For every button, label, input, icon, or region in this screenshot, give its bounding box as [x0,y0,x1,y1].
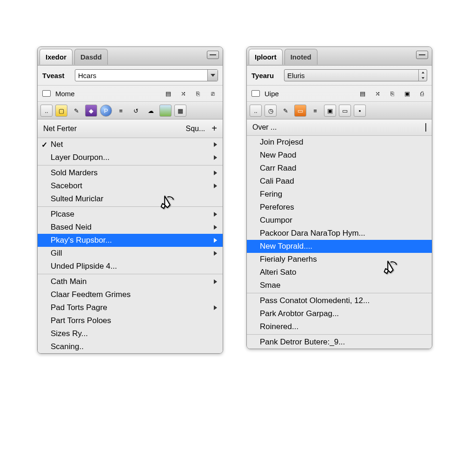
menu-item[interactable]: Cuumpor [247,214,432,227]
menu-item[interactable]: Part Torrs Poloes [38,314,223,327]
chevron-down-icon[interactable] [207,70,218,81]
chevron-right-icon [214,225,217,230]
stepper-icon[interactable] [418,70,427,81]
menu-left: ✓NetLayer Dourpon...Sold MardersSacebort… [38,138,223,353]
align-icon[interactable]: ≡ [115,105,127,117]
align-icon-r[interactable]: ≡ [309,105,321,117]
list-header-title: Net Ferter [43,125,77,133]
copy-icon[interactable]: ⎘ [193,88,203,99]
menu-item[interactable]: Fering [247,188,432,201]
combo-hcars[interactable]: Hcars [75,69,218,81]
trash-icon[interactable]: ▪ [354,105,366,117]
folder-icon[interactable]: ▢ [55,105,67,117]
menu-item[interactable]: Claar Feedtem Grimes [38,288,223,301]
menu-item[interactable]: New Toprald.... [247,240,432,253]
tab-iploort[interactable]: Iploort [249,49,283,65]
menu-item-label: Perefores [260,203,294,212]
chat-icon[interactable]: ▭ [294,105,306,117]
menu-item-label: Scaning.. [51,342,84,351]
menu-item[interactable]: New Paod [247,149,432,162]
swap-icon-r[interactable]: ⤭ [372,88,383,99]
pencil-icon[interactable]: ✎ [70,105,82,117]
menu-item[interactable]: Unded Plipside 4... [38,260,223,273]
menu-item[interactable]: Sulted Muriclar [38,192,223,205]
combo-eluris[interactable]: Eluris [284,69,427,81]
menu-item[interactable]: Carr Raad [247,162,432,175]
divider-icon [425,123,426,132]
mome-checkbox[interactable] [42,90,51,97]
copy-icon-r[interactable]: ⎘ [387,88,397,99]
chevron-right-icon [214,212,217,217]
menu-item[interactable]: Based Neid [38,221,223,234]
app-icon[interactable]: ◆ [85,105,97,117]
menu-item[interactable]: Sacebort [38,179,223,192]
doc-icon[interactable]: ▤ [163,88,173,99]
menu-item[interactable]: Join Projesd [247,136,432,149]
menu-item-label: Sacebort [51,181,82,191]
menu-item[interactable]: Roinered... [247,320,432,333]
print-icon[interactable]: ⎙ [417,88,427,99]
more-icon[interactable]: .. [40,105,53,117]
list-header-extra[interactable]: Squ... [186,125,205,133]
picture-icon[interactable] [159,105,172,117]
swap-icon[interactable]: ⤭ [178,88,188,99]
menu-item[interactable]: Park Arobtor Garpag... [247,307,432,320]
option-icons-right: ▤ ⤭ ⎘ ▣ ⎙ [357,88,427,99]
menu-item-label: Cuumpor [260,216,292,225]
menu-item-label: Pass Conatot Olomedenti, 12... [260,296,370,305]
menu-item[interactable]: Fierialy Panerhs [247,253,432,266]
menu-item[interactable]: Scaning.. [38,340,223,353]
tabbar-right: Iploort Inoted [247,47,432,66]
menu-item[interactable]: Pank Detror Butere:_9... [247,336,432,349]
tab-inoted[interactable]: Inoted [284,49,317,65]
menu-item[interactable]: Sold Marders [38,166,223,179]
minimize-button-right[interactable] [416,51,428,59]
menu-item[interactable]: Plcase [38,208,223,221]
tool-icon[interactable]: ⎚ [208,88,218,99]
menu-item-label: Join Projesd [260,138,304,147]
menu-item[interactable]: Packoor Dara NaraTop Hym... [247,227,432,240]
option-icons-left: ▤ ⤭ ⎘ ⎚ [163,88,218,99]
list-header-title-r: Over ... [252,123,277,132]
cloud-icon[interactable]: ☁ [145,105,157,117]
menu-item-label: Net [51,140,63,149]
tab-ixedor[interactable]: Ixedor [40,49,73,65]
menu-item-label: Pkay's Rupsbor... [51,236,112,245]
minimize-button-left[interactable] [207,51,219,59]
badge-icon[interactable]: ▣ [324,105,336,117]
uipe-checkbox[interactable] [251,90,260,97]
menu-item-label: Plcase [51,210,74,219]
menu-item-label: Cath Main [51,277,86,286]
more-icon-r[interactable]: .. [250,105,262,117]
menu-item[interactable]: Pass Conatot Olomedenti, 12... [247,294,432,307]
menu-item-label: Fering [260,190,282,199]
p-icon[interactable]: P [100,105,112,117]
menu-item[interactable]: Alteri Sato [247,266,432,279]
case-icon[interactable]: ▭ [339,105,351,117]
menu-item[interactable]: Pad Torts Pagre [38,301,223,314]
chevron-right-icon [214,142,217,147]
chevron-right-icon [214,238,217,243]
clock-icon[interactable]: ◷ [264,105,277,117]
menu-item[interactable]: Cali Paad [247,175,432,188]
menu-item-label: Carr Raad [260,164,296,173]
grid-icon[interactable]: ▦ [174,105,186,117]
menu-item[interactable]: Layer Dourpon... [38,151,223,164]
menu-item[interactable]: Sizes Ry... [38,327,223,340]
menu-item[interactable]: Perefores [247,201,432,214]
menu-item[interactable]: Cath Main [38,275,223,288]
image-icon[interactable]: ▣ [402,88,412,99]
option-row-right: Uipe ▤ ⤭ ⎘ ▣ ⎙ [247,86,432,102]
tab-dasdd[interactable]: Dasdd [74,49,108,65]
menu-item[interactable]: Gill [38,247,223,260]
pencil-icon-r[interactable]: ✎ [279,105,291,117]
menu-item[interactable]: Smae [247,279,432,292]
menu-item[interactable]: ✓Net [38,138,223,151]
option-row-left: Mome ▤ ⤭ ⎘ ⎚ [38,86,223,102]
menu-item-label: Sold Marders [51,168,98,178]
menu-item-label: Sulted Muriclar [51,194,103,204]
menu-item[interactable]: Pkay's Rupsbor... [38,234,223,247]
window-icon[interactable]: ▤ [357,88,368,99]
plus-icon[interactable]: + [212,123,217,134]
curve-icon[interactable]: ↺ [130,105,142,117]
